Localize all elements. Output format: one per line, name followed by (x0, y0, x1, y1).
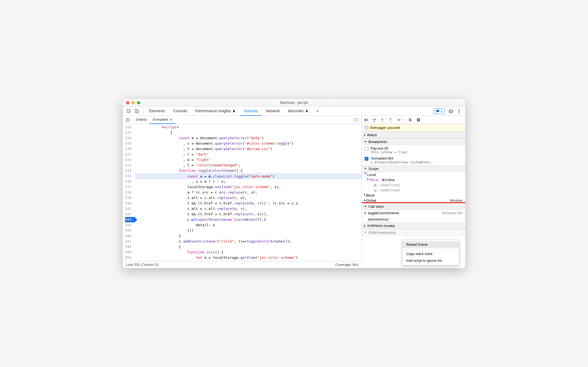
scope-local[interactable]: Local (362, 172, 465, 177)
info-icon: i (365, 126, 368, 130)
dom-breakpoints-header[interactable]: DOM breakpoints (362, 229, 465, 236)
debugger-paused-banner: iDebugger paused (362, 124, 465, 132)
run-snippet-icon[interactable] (353, 116, 360, 123)
pause-on-exceptions-icon[interactable] (416, 117, 421, 122)
coverage-status: Coverage: N/A (335, 263, 358, 267)
svg-point-5 (459, 112, 460, 113)
breakpoints-list: Pay.vue:29this.isShow = true;:formatted:… (362, 145, 465, 165)
step-out-icon[interactable] (388, 117, 393, 122)
breakpoint-checkbox[interactable] (365, 147, 368, 151)
scope-header[interactable]: Scope (362, 165, 465, 172)
context-menu: Restart frameCopy stack traceAdd script … (402, 240, 459, 265)
callstack-header[interactable]: Call stack (362, 203, 465, 210)
tab-network[interactable]: Network (262, 107, 284, 116)
titlebar: DevTools - jec.fyi/ (123, 99, 465, 107)
breakpoint-checkbox[interactable] (365, 157, 368, 161)
devtools-window: DevTools - jec.fyi/ Elements Console Per… (123, 99, 465, 268)
svg-rect-2 (137, 110, 139, 113)
breakpoints-header[interactable]: Breakpoints (362, 138, 465, 145)
messages-badge[interactable]: 1 (434, 108, 445, 114)
tab-performance-insights[interactable]: Performance insights (192, 107, 240, 116)
context-menu-item[interactable]: Restart frame (402, 241, 459, 248)
close-tab-icon[interactable]: ✕ (170, 117, 173, 122)
file-tabs: (index):formatted✕ (123, 116, 362, 124)
sources-panel: (index):formatted✕ 326327328329330331332… (123, 116, 362, 268)
svg-rect-13 (419, 119, 419, 121)
xhr-breakpoints-header[interactable]: XHR/fetch breakp (362, 222, 465, 229)
navigator-toggle-icon[interactable] (124, 116, 132, 123)
callstack-list: toggleColorScheme:formatted:335(anonymou… (362, 210, 465, 222)
tab-recorder[interactable]: Recorder (284, 107, 312, 116)
svg-point-4 (459, 111, 460, 111)
svg-rect-12 (418, 119, 418, 121)
status-bar: Line 335, Column 31 Coverage: N/A (123, 261, 362, 268)
scope-variable[interactable]: a: undefined (362, 182, 465, 188)
divider (143, 108, 143, 114)
file-tab-1[interactable]: :formatted✕ (149, 116, 176, 124)
svg-point-10 (390, 121, 391, 122)
scope-variable[interactable]: s: undefined (362, 188, 465, 193)
debugger-sidebar: iDebugger paused Watch Breakpoints Pay.v… (362, 116, 465, 268)
content-area: (index):formatted✕ 326327328329330331332… (123, 116, 465, 268)
tab-sources[interactable]: Sources (240, 107, 261, 116)
deactivate-breakpoints-icon[interactable] (408, 117, 413, 122)
step-icon[interactable] (396, 117, 401, 122)
breakpoint-item[interactable]: Pay.vue:29this.isShow = true; (362, 145, 465, 155)
line-gutter[interactable]: 3263273283293303313323333343353363373383… (123, 124, 135, 261)
callstack-highlight-box: Call stack toggleColorScheme:formatted:3… (362, 202, 465, 223)
main-toolbar: Elements Console Performance insights So… (123, 107, 465, 116)
inspect-icon[interactable] (125, 107, 133, 115)
device-toggle-icon[interactable] (133, 107, 141, 115)
context-menu-item[interactable]: Add script to ignore list (402, 257, 459, 264)
cursor-position: Line 335, Column 31 (126, 263, 159, 267)
svg-point-8 (374, 121, 375, 122)
callstack-frame[interactable]: (anonymous) (362, 216, 465, 222)
breakpoint-item[interactable]: :formatted:343c.dispatchEvent(new Custom… (362, 155, 465, 165)
file-tab-0[interactable]: (index) (133, 116, 149, 124)
code-content[interactable]: <script> { const e = document.querySelec… (135, 124, 362, 261)
more-menu-icon[interactable] (455, 107, 463, 115)
watch-header[interactable]: Watch (362, 132, 465, 138)
settings-icon[interactable] (447, 107, 455, 115)
resume-icon[interactable] (364, 117, 368, 122)
scope-block[interactable]: Block (362, 193, 465, 198)
code-editor[interactable]: 3263273283293303313323333343353363373383… (123, 124, 362, 261)
more-tabs-icon[interactable]: » (313, 107, 323, 116)
step-into-icon[interactable] (380, 117, 385, 122)
debugger-toolbar (362, 116, 465, 124)
svg-point-3 (459, 109, 460, 110)
window-title: DevTools - jec.fyi/ (123, 101, 465, 105)
svg-point-9 (382, 121, 383, 122)
scope-body: Local this: Window a: undefineds: undefi… (362, 172, 465, 203)
scope-this[interactable]: this: Window (362, 177, 465, 182)
callstack-frame[interactable]: toggleColorScheme:formatted:335 (362, 210, 465, 216)
tab-console[interactable]: Console (169, 107, 191, 116)
step-over-icon[interactable] (372, 117, 377, 122)
svg-point-11 (400, 120, 401, 120)
context-menu-item[interactable]: Copy stack trace (402, 250, 459, 257)
tab-elements[interactable]: Elements (145, 107, 169, 116)
